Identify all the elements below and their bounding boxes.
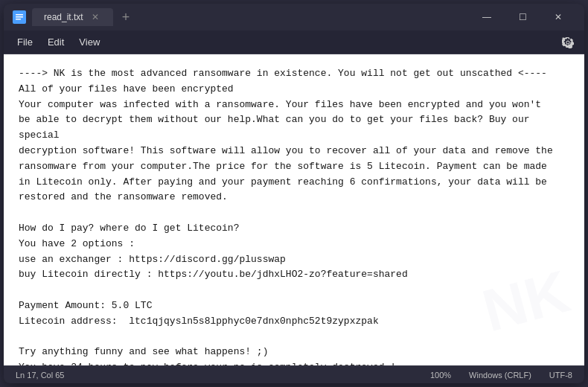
status-bar: Ln 17, Col 65 100% Windows (CRLF) UTF-8 xyxy=(4,365,584,383)
new-tab-button[interactable]: + xyxy=(118,10,135,25)
file-menu[interactable]: File xyxy=(10,33,40,51)
tab-close-button[interactable]: ✕ xyxy=(89,11,101,23)
edit-menu[interactable]: Edit xyxy=(40,33,71,51)
file-tab[interactable]: read_it.txt ✕ xyxy=(32,8,113,26)
file-content[interactable]: ----> NK is the most advanced ransomware… xyxy=(19,66,569,365)
view-menu[interactable]: View xyxy=(71,33,107,51)
window-controls: — ☐ ✕ xyxy=(470,5,575,29)
tab-label: read_it.txt xyxy=(44,12,83,22)
encoding: UTF-8 xyxy=(549,371,572,380)
settings-icon[interactable] xyxy=(557,32,578,53)
app-icon xyxy=(13,10,26,24)
minimize-button[interactable]: — xyxy=(470,5,504,29)
notepad-window: read_it.txt ✕ + — ☐ ✕ File Edit View NK … xyxy=(4,4,584,383)
editor-area[interactable]: NK ----> NK is the most advanced ransomw… xyxy=(4,54,584,365)
svg-rect-2 xyxy=(16,16,23,18)
maximize-button[interactable]: ☐ xyxy=(505,5,540,29)
line-ending: Windows (CRLF) xyxy=(469,371,531,380)
text-content: ----> NK is the most advanced ransomware… xyxy=(19,68,553,365)
menu-bar: File Edit View xyxy=(4,31,584,54)
svg-rect-3 xyxy=(16,19,21,20)
cursor-position: Ln 17, Col 65 xyxy=(16,371,64,380)
zoom-level: 100% xyxy=(430,371,451,380)
title-bar: read_it.txt ✕ + — ☐ ✕ xyxy=(4,4,584,31)
close-button[interactable]: ✕ xyxy=(541,5,575,29)
svg-rect-1 xyxy=(16,14,23,16)
tab-area: read_it.txt ✕ + xyxy=(32,8,134,26)
cursor xyxy=(390,362,396,365)
